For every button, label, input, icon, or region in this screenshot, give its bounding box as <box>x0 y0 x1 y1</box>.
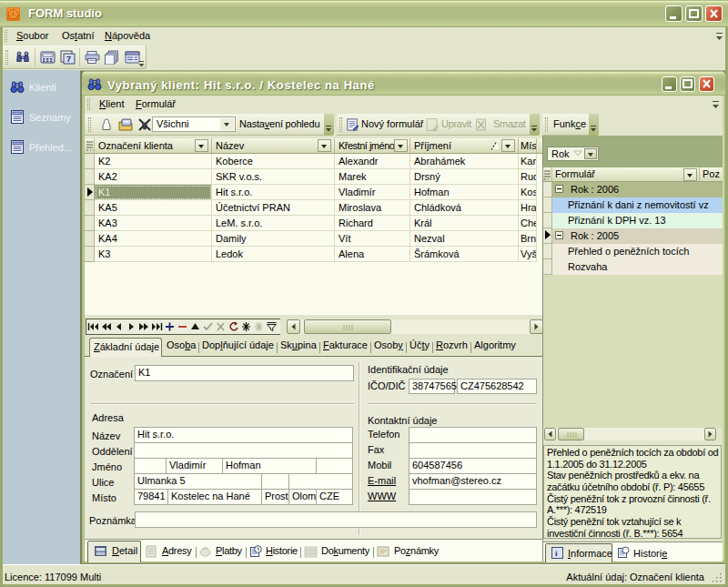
svg-text:7: 7 <box>66 55 71 64</box>
